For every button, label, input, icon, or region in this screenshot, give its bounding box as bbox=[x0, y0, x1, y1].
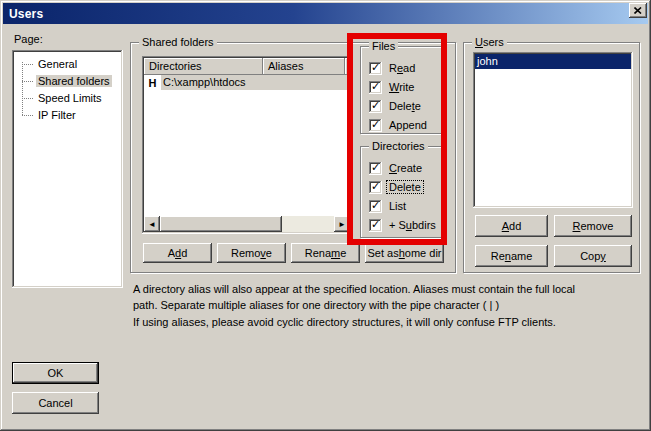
tree-item-label: Shared folders bbox=[36, 75, 112, 87]
scrollbar-track[interactable] bbox=[282, 216, 334, 232]
page-tree: General Shared folders Speed Limits IP F… bbox=[12, 50, 123, 288]
table-row[interactable]: H C:\xampp\htdocs bbox=[144, 75, 350, 90]
tree-item-speed-limits[interactable]: Speed Limits bbox=[14, 90, 121, 107]
user-rename-button[interactable]: Rename bbox=[475, 245, 548, 267]
user-add-button[interactable]: Add bbox=[475, 215, 548, 237]
folder-rename-button[interactable]: Rename bbox=[291, 243, 360, 263]
page-label: Page: bbox=[14, 33, 43, 45]
titlebar[interactable]: Users bbox=[3, 3, 648, 24]
tree-item-label: Speed Limits bbox=[36, 92, 104, 104]
shared-folders-list[interactable]: Directories Aliases H C:\xampp\htdocs ◄ … bbox=[142, 56, 352, 234]
alias-note-line2: path. Separate multiple aliases for one … bbox=[133, 297, 638, 313]
user-remove-button[interactable]: Remove bbox=[554, 215, 632, 237]
set-as-home-dir-button[interactable]: Set as home dir bbox=[365, 243, 444, 263]
close-button[interactable] bbox=[629, 3, 647, 18]
horizontal-scrollbar[interactable]: ◄ ► bbox=[144, 216, 350, 232]
folder-add-button[interactable]: Add bbox=[143, 243, 212, 263]
window-title: Users bbox=[9, 7, 43, 21]
scrollbar-thumb[interactable] bbox=[160, 216, 282, 232]
cancel-button[interactable]: Cancel bbox=[12, 392, 99, 414]
alias-note: A directory alias will also appear at th… bbox=[133, 281, 638, 313]
users-list[interactable]: john bbox=[473, 52, 633, 208]
column-header-directories[interactable]: Directories bbox=[144, 58, 263, 75]
shared-folders-group-label: Shared folders bbox=[139, 36, 217, 48]
user-copy-button[interactable]: Copy bbox=[554, 245, 632, 267]
red-highlight-rectangle bbox=[347, 33, 447, 245]
tree-item-shared-folders[interactable]: Shared folders bbox=[14, 73, 121, 90]
list-header: Directories Aliases bbox=[144, 58, 350, 75]
user-name: john bbox=[477, 55, 498, 67]
close-icon bbox=[634, 7, 642, 14]
users-dialog: Users Page: General Shared folders Speed… bbox=[0, 0, 651, 431]
directory-path: C:\xampp\htdocs bbox=[161, 75, 350, 90]
tree-item-ip-filter[interactable]: IP Filter bbox=[14, 107, 121, 124]
alias-note-line1: A directory alias will also appear at th… bbox=[133, 281, 638, 297]
users-group-label: Users bbox=[472, 36, 507, 48]
scroll-left-icon[interactable]: ◄ bbox=[144, 216, 160, 232]
tree-item-label: IP Filter bbox=[36, 109, 78, 121]
ok-button[interactable]: OK bbox=[12, 362, 99, 384]
home-flag: H bbox=[144, 77, 161, 89]
folder-remove-button[interactable]: Remove bbox=[217, 243, 286, 263]
tree-item-general[interactable]: General bbox=[14, 56, 121, 73]
cyclic-warning-note: If using aliases, please avoid cyclic di… bbox=[133, 314, 638, 330]
list-item-user[interactable]: john bbox=[475, 54, 631, 69]
tree-item-label: General bbox=[36, 58, 79, 70]
column-header-aliases[interactable]: Aliases bbox=[263, 58, 345, 75]
